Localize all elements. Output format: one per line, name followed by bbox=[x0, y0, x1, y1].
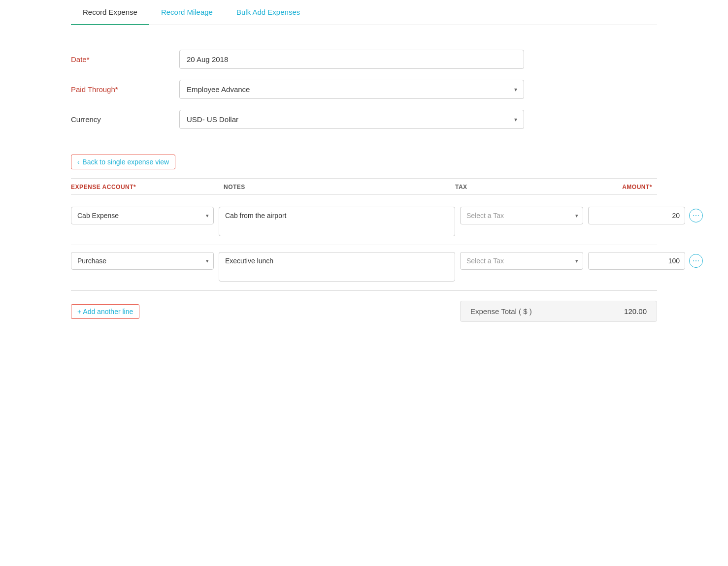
back-link-label: Back to single expense view bbox=[82, 158, 169, 166]
expense-notes-2-wrapper: Executive lunch bbox=[219, 252, 455, 283]
expense-notes-2-input[interactable]: Executive lunch bbox=[219, 252, 455, 282]
expense-amount-1-input[interactable] bbox=[588, 207, 685, 224]
more-icon: ⋯ bbox=[693, 212, 699, 220]
add-another-line-button[interactable]: + Add another line bbox=[71, 304, 139, 319]
tab-bar: Record Expense Record Mileage Bulk Add E… bbox=[71, 0, 657, 25]
tab-record-expense[interactable]: Record Expense bbox=[71, 0, 149, 25]
paid-through-label: Paid Through* bbox=[71, 85, 179, 94]
expense-tax-1-wrapper: Select a Tax ▾ bbox=[460, 207, 583, 224]
expense-account-1-wrapper: Cab Expense ▾ bbox=[71, 207, 214, 224]
paid-through-row: Paid Through* Employee Advance ▾ bbox=[71, 80, 657, 99]
back-chevron-icon: ‹ bbox=[77, 158, 79, 166]
footer-row: + Add another line Expense Total ( $ ) 1… bbox=[71, 290, 657, 332]
col-header-notes: NOTES bbox=[219, 183, 450, 190]
expense-row: Cab Expense ▾ Cab from the airport Selec… bbox=[71, 200, 657, 245]
currency-select-wrapper: USD- US Dollar ▾ bbox=[179, 110, 524, 129]
tab-bulk-add[interactable]: Bulk Add Expenses bbox=[225, 0, 312, 25]
col-header-account: EXPENSE ACCOUNT* bbox=[71, 183, 219, 190]
expense-row: Purchase ▾ Executive lunch Select a Tax … bbox=[71, 245, 657, 290]
expense-row-2-more-button[interactable]: ⋯ bbox=[689, 254, 703, 268]
expense-tax-2-select[interactable]: Select a Tax bbox=[460, 252, 583, 270]
more-icon: ⋯ bbox=[693, 257, 699, 265]
paid-through-select-wrapper: Employee Advance ▾ bbox=[179, 80, 524, 99]
col-header-tax: TAX bbox=[450, 183, 578, 190]
total-value: 120.00 bbox=[624, 307, 647, 315]
currency-row: Currency USD- US Dollar ▾ bbox=[71, 110, 657, 129]
total-label: Expense Total ( $ ) bbox=[470, 307, 532, 315]
expense-table-header: EXPENSE ACCOUNT* NOTES TAX AMOUNT* bbox=[71, 178, 657, 195]
date-input[interactable] bbox=[179, 50, 524, 69]
currency-label: Currency bbox=[71, 115, 179, 124]
expense-row-1-more-button[interactable]: ⋯ bbox=[689, 209, 703, 222]
expense-amount-2-wrapper: ⋯ bbox=[588, 252, 657, 270]
expense-account-2-wrapper: Purchase ▾ bbox=[71, 252, 214, 270]
expense-account-1-select[interactable]: Cab Expense bbox=[71, 207, 214, 224]
expense-amount-1-wrapper: ⋯ bbox=[588, 207, 657, 224]
expense-amount-2-input[interactable] bbox=[588, 252, 685, 270]
expense-tax-2-wrapper: Select a Tax ▾ bbox=[460, 252, 583, 270]
back-to-single-expense-link[interactable]: ‹ Back to single expense view bbox=[71, 155, 175, 169]
date-label: Date* bbox=[71, 55, 179, 63]
expense-tax-1-select[interactable]: Select a Tax bbox=[460, 207, 583, 224]
tab-record-mileage[interactable]: Record Mileage bbox=[149, 0, 225, 25]
expense-account-2-select[interactable]: Purchase bbox=[71, 252, 214, 270]
expense-notes-1-input[interactable]: Cab from the airport bbox=[219, 207, 455, 236]
form-section: Date* Paid Through* Employee Advance ▾ C… bbox=[71, 40, 657, 150]
expense-notes-1-wrapper: Cab from the airport bbox=[219, 207, 455, 238]
col-header-amount: AMOUNT* bbox=[578, 183, 657, 190]
currency-select[interactable]: USD- US Dollar bbox=[179, 110, 524, 129]
paid-through-select[interactable]: Employee Advance bbox=[179, 80, 524, 99]
add-line-label: + Add another line bbox=[77, 308, 133, 315]
date-row: Date* bbox=[71, 50, 657, 69]
back-link-wrapper: ‹ Back to single expense view bbox=[71, 155, 657, 169]
expense-total-section: Expense Total ( $ ) 120.00 bbox=[460, 301, 657, 322]
